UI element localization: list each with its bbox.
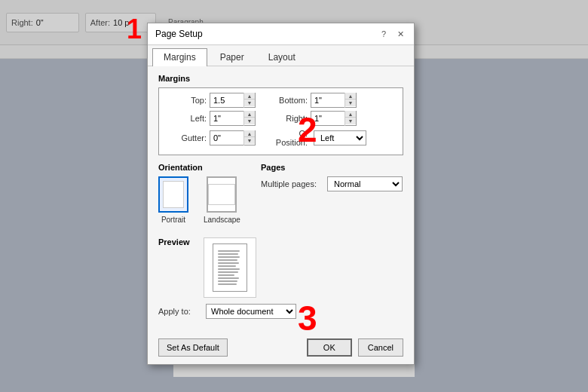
margins-row-gutter: Gutter: ▲ ▼ G. Position: Left Top xyxy=(165,129,397,147)
portrait-option[interactable]: Portrait xyxy=(158,176,188,224)
dialog-titlebar: Page Setup ? ✕ xyxy=(148,23,414,45)
bottom-label: Bottom: xyxy=(266,96,308,105)
gutter-position-select[interactable]: Left Top xyxy=(314,130,366,145)
orientation-pages-row: Orientation Portrait Landscape xyxy=(158,163,403,231)
right-input-group[interactable]: ▲ ▼ xyxy=(311,111,357,126)
right-spinners[interactable]: ▲ ▼ xyxy=(345,111,356,126)
preview-line xyxy=(218,250,240,252)
apply-label: Apply to: xyxy=(158,307,200,316)
tab-margins[interactable]: Margins xyxy=(152,48,207,66)
left-spinners[interactable]: ▲ ▼ xyxy=(243,111,255,126)
right-margin-input[interactable] xyxy=(311,112,345,125)
dialog-help-button[interactable]: ? xyxy=(378,28,390,40)
gutter-label: Gutter: xyxy=(165,133,207,142)
preview-line xyxy=(218,274,234,276)
preview-line xyxy=(218,268,240,270)
preview-section: Preview xyxy=(158,237,403,298)
preview-box xyxy=(204,237,256,298)
preview-line xyxy=(218,280,237,282)
gutter-spinner-down[interactable]: ▼ xyxy=(244,137,255,144)
portrait-preview xyxy=(163,181,184,208)
margins-row-top-bottom: Top: ▲ ▼ Bottom: ▲ ▼ xyxy=(165,93,397,108)
margins-box: Top: ▲ ▼ Bottom: ▲ ▼ xyxy=(158,87,403,155)
preview-line xyxy=(218,259,237,261)
gutter-input[interactable] xyxy=(210,131,243,145)
dialog-close-button[interactable]: ✕ xyxy=(394,28,406,40)
tab-paper[interactable]: Paper xyxy=(209,48,256,66)
preview-line xyxy=(218,277,239,279)
pages-section: Pages Multiple pages: Normal Mirror marg… xyxy=(261,163,403,225)
dialog-footer: Set As Default OK Cancel xyxy=(148,334,414,364)
orientation-section: Orientation Portrait Landscape xyxy=(158,163,249,224)
ok-button[interactable]: OK xyxy=(307,338,352,357)
left-spinner-down[interactable]: ▼ xyxy=(244,118,255,124)
dialog-title: Page Setup xyxy=(155,29,203,39)
apply-row: Apply to: Whole document This point forw… xyxy=(158,304,403,319)
landscape-icon[interactable] xyxy=(207,176,237,213)
landscape-preview xyxy=(208,184,235,205)
preview-lines xyxy=(218,250,242,285)
preview-label: Preview xyxy=(158,237,196,298)
preview-line xyxy=(218,271,238,273)
left-input-group[interactable]: ▲ ▼ xyxy=(210,111,256,126)
gutter-spinners[interactable]: ▲ ▼ xyxy=(243,130,255,145)
gutter-input-group[interactable]: ▲ ▼ xyxy=(210,130,256,145)
dialog-tabs: Margins Paper Layout xyxy=(148,45,414,66)
bottom-input-group[interactable]: ▲ ▼ xyxy=(311,93,357,108)
preview-line xyxy=(218,262,239,264)
dialog-action-buttons: OK Cancel xyxy=(307,338,403,357)
preview-line xyxy=(218,283,237,285)
orientation-label: Orientation xyxy=(158,163,249,172)
top-input[interactable] xyxy=(210,93,243,107)
right-spinner-up[interactable]: ▲ xyxy=(345,111,356,118)
page-setup-dialog: Page Setup ? ✕ Margins Paper Layout Marg… xyxy=(147,23,415,365)
multiple-pages-select[interactable]: Normal Mirror margins 2 pages per sheet xyxy=(327,176,403,191)
pages-row: Multiple pages: Normal Mirror margins 2 … xyxy=(261,176,403,191)
top-spinner-up[interactable]: ▲ xyxy=(244,93,255,100)
top-input-group[interactable]: ▲ ▼ xyxy=(210,93,256,108)
tab-layout[interactable]: Layout xyxy=(257,48,307,66)
dialog-body: Margins Top: ▲ ▼ Bottom: ▲ ▼ xyxy=(148,66,414,334)
bottom-spinner-up[interactable]: ▲ xyxy=(345,93,356,100)
cancel-button[interactable]: Cancel xyxy=(358,338,403,357)
set-as-default-button[interactable]: Set As Default xyxy=(158,338,228,357)
multiple-pages-label: Multiple pages: xyxy=(261,179,321,188)
preview-line xyxy=(218,265,236,267)
margins-section-title: Margins xyxy=(158,74,403,83)
orient-options: Portrait Landscape xyxy=(158,176,249,224)
bottom-spinners[interactable]: ▲ ▼ xyxy=(345,93,356,108)
top-spinner-down[interactable]: ▼ xyxy=(244,100,255,106)
right-margin-label: Right: xyxy=(266,114,308,123)
preview-page xyxy=(213,243,247,292)
bottom-input[interactable] xyxy=(311,93,345,107)
top-spinners[interactable]: ▲ ▼ xyxy=(243,93,255,108)
portrait-label: Portrait xyxy=(161,216,185,224)
top-label: Top: xyxy=(165,96,207,105)
left-spinner-up[interactable]: ▲ xyxy=(244,111,255,118)
landscape-option[interactable]: Landscape xyxy=(204,176,240,224)
gutter-pos-label: G. Position: xyxy=(266,129,308,147)
pages-label: Pages xyxy=(261,163,403,172)
left-label: Left: xyxy=(165,114,207,123)
landscape-label: Landscape xyxy=(204,216,240,224)
apply-select[interactable]: Whole document This point forward xyxy=(206,304,296,319)
preview-line xyxy=(218,253,238,255)
portrait-icon[interactable] xyxy=(158,176,188,213)
margins-row-left-right: Left: ▲ ▼ Right: ▲ ▼ xyxy=(165,111,397,126)
dialog-controls: ? ✕ xyxy=(378,28,406,40)
gutter-spinner-up[interactable]: ▲ xyxy=(244,130,255,137)
bottom-spinner-down[interactable]: ▼ xyxy=(345,100,356,106)
right-spinner-down[interactable]: ▼ xyxy=(345,118,356,124)
left-input[interactable] xyxy=(210,112,243,125)
preview-line xyxy=(218,256,240,258)
